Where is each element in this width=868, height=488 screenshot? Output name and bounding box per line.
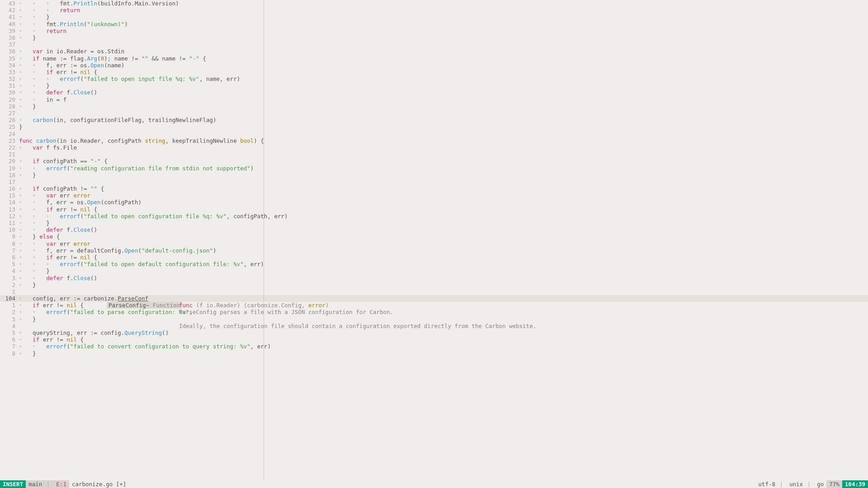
- line-number: 10: [0, 226, 19, 233]
- code-line[interactable]: 18‣ }: [0, 172, 868, 178]
- code-line[interactable]: 38‣ }: [0, 34, 868, 41]
- code-line[interactable]: 43‣ ‣ ‣ fmt.Println(buildInfo.Main.Versi…: [0, 0, 868, 7]
- editor-pane[interactable]: 43‣ ‣ ‣ fmt.Println(buildInfo.Main.Versi…: [0, 0, 868, 488]
- line-number: 6: [0, 254, 19, 261]
- line-number: 34: [0, 62, 19, 69]
- code-line[interactable]: 30‣ ‣ defer f.Close(): [0, 89, 868, 96]
- code-line[interactable]: 8‣ }: [0, 350, 868, 357]
- code-line[interactable]: 26‣ carbon(in, configurationFileFlag, tr…: [0, 117, 868, 123]
- line-number: 25: [0, 123, 19, 130]
- line-number: 43: [0, 0, 19, 7]
- code-line[interactable]: 2‣ }: [0, 282, 868, 288]
- code-line[interactable]: 16‣ if configPath != "" {: [0, 185, 868, 192]
- code-line[interactable]: 2‣ ‣ errorf("failed to parse configurati…: [0, 309, 868, 315]
- code-line[interactable]: 5‣ ‣ ‣ errorf("failed to open default co…: [0, 261, 868, 267]
- code-line[interactable]: 20‣ if configPath == "-" {: [0, 158, 868, 164]
- line-number: 9: [0, 233, 19, 240]
- file-type: go: [814, 480, 826, 488]
- code-line[interactable]: 21: [0, 151, 868, 158]
- line-number: 40: [0, 21, 19, 28]
- code-line[interactable]: 7‣ ‣ errorf("failed to convert configura…: [0, 343, 868, 350]
- code-line[interactable]: 11‣ ‣ }: [0, 220, 868, 226]
- line-number: 3: [0, 316, 19, 323]
- code-line[interactable]: 3‣ }: [0, 316, 868, 323]
- line-number: 1: [0, 302, 19, 309]
- code-line[interactable]: 33‣ ‣ if err != nil {: [0, 69, 868, 75]
- line-number: 22: [0, 144, 19, 151]
- line-number: 30: [0, 89, 19, 96]
- code-line[interactable]: 34‣ ‣ f, err := os.Open(name): [0, 62, 868, 69]
- code-line[interactable]: 25}: [0, 123, 868, 130]
- code-line[interactable]: 8‣ ‣ var err error: [0, 240, 868, 247]
- code-line[interactable]: 37: [0, 41, 868, 48]
- line-number: 7: [0, 247, 19, 254]
- line-number: 36: [0, 48, 19, 55]
- line-number: 1: [0, 288, 19, 295]
- line-number: 2: [0, 309, 19, 315]
- code-line[interactable]: 41‣ ‣ }: [0, 14, 868, 20]
- line-number: 31: [0, 82, 19, 89]
- line-number: 21: [0, 151, 19, 158]
- code-line[interactable]: 7‣ ‣ f, err = defaultConfig.Open("defaul…: [0, 247, 868, 254]
- line-number: 5: [0, 261, 19, 267]
- line-number: 15: [0, 192, 19, 199]
- line-number: 3: [0, 275, 19, 282]
- code-line[interactable]: 6‣ if err != nil {: [0, 336, 868, 343]
- code-line[interactable]: 1: [0, 288, 868, 295]
- code-line[interactable]: 12‣ ‣ ‣ errorf("failed to open configura…: [0, 213, 868, 220]
- completion-signature: func (f io.Reader) (carbonize.Config, er…: [179, 302, 329, 309]
- code-line[interactable]: 13‣ ‣ if err != nil {: [0, 206, 868, 213]
- line-number: 28: [0, 103, 19, 110]
- code-line[interactable]: 104‣ config, err := carbonize.ParseConf: [0, 295, 868, 302]
- code-line[interactable]: 24: [0, 131, 868, 137]
- mode-indicator: INSERT: [0, 480, 26, 488]
- code-line[interactable]: 39‣ ‣ return: [0, 28, 868, 34]
- code-line[interactable]: 28‣ }: [0, 103, 868, 110]
- code-line[interactable]: 4‣ ‣ }: [0, 267, 868, 274]
- completion-popup[interactable]: ParseConfig~ Function: [107, 302, 182, 309]
- code-line[interactable]: 14‣ ‣ f, err = os.Open(configPath): [0, 199, 868, 206]
- code-line[interactable]: 22‣ var f fs.File: [0, 144, 868, 151]
- status-bar: INSERT main | E:1 carbonize.go [+] utf-8…: [0, 480, 868, 488]
- completion-doc-line1: ParseConfig parses a file with a JSON co…: [179, 309, 393, 315]
- code-line[interactable]: 5‣ queryString, err := config.QueryStrin…: [0, 329, 868, 336]
- line-number: 17: [0, 178, 19, 185]
- code-line[interactable]: 32‣ ‣ ‣ errorf("failed to open input fil…: [0, 75, 868, 82]
- line-number: 12: [0, 213, 19, 220]
- code-line[interactable]: 31‣ ‣ }: [0, 82, 868, 89]
- code-line[interactable]: 40‣ ‣ fmt.Println("(unknown)"): [0, 21, 868, 28]
- completion-kind: Function: [153, 302, 180, 309]
- code-line[interactable]: 27: [0, 110, 868, 117]
- cursor-position: 104:39: [842, 480, 868, 488]
- line-number: 7: [0, 343, 19, 350]
- file-format: unix |: [787, 480, 814, 488]
- line-number: 2: [0, 282, 19, 288]
- completion-item[interactable]: ParseConfig~: [108, 302, 149, 309]
- git-branch: main |: [26, 480, 53, 488]
- code-line[interactable]: 9‣ } else {: [0, 233, 868, 240]
- completion-doc-line2: Ideally, the configuration file should c…: [179, 323, 536, 329]
- line-number: 24: [0, 131, 19, 137]
- code-line[interactable]: 19‣ ‣ errorf("reading configuration file…: [0, 165, 868, 172]
- line-number: 23: [0, 137, 19, 144]
- line-number: 16: [0, 185, 19, 192]
- code-line[interactable]: 35‣ if name := flag.Arg(0); name != "" &…: [0, 55, 868, 62]
- line-number: 42: [0, 7, 19, 14]
- scroll-percent: 77%: [826, 480, 842, 488]
- code-line[interactable]: 6‣ ‣ if err != nil {: [0, 254, 868, 261]
- line-number: 37: [0, 41, 19, 48]
- line-number: 5: [0, 329, 19, 336]
- code-line[interactable]: 17: [0, 178, 868, 185]
- code-line[interactable]: 3‣ ‣ defer f.Close(): [0, 275, 868, 282]
- error-count: E:1: [53, 480, 69, 488]
- code-line[interactable]: 29‣ ‣ in = f: [0, 96, 868, 103]
- code-line[interactable]: 42‣ ‣ ‣ return: [0, 7, 868, 14]
- code-line[interactable]: 10‣ ‣ defer f.Close(): [0, 226, 868, 233]
- line-number: 27: [0, 110, 19, 117]
- line-number: 33: [0, 69, 19, 75]
- code-line[interactable]: 23func carbon(in io.Reader, configPath s…: [0, 137, 868, 144]
- line-number: 39: [0, 28, 19, 34]
- code-line[interactable]: 36‣ var in io.Reader = os.Stdin: [0, 48, 868, 55]
- code-line[interactable]: 15‣ ‣ var err error: [0, 192, 868, 199]
- line-number: 20: [0, 158, 19, 164]
